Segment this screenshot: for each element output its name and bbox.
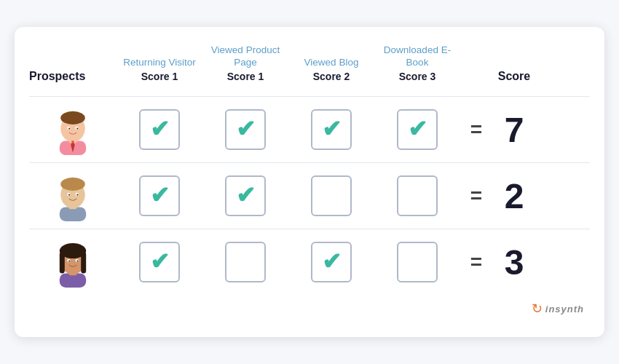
check-cell-r0-c3: ✔ (374, 109, 460, 150)
svg-point-17 (68, 194, 70, 196)
check-cell-r2-c0: ✔ (117, 242, 202, 282)
check-cell-r1-c0: ✔ (117, 175, 202, 216)
avatar (47, 237, 98, 288)
check-cell-r0-c1: ✔ (202, 109, 288, 150)
branding: ↻ insynth (29, 301, 590, 317)
score-header: Score (492, 70, 536, 83)
score-value-0: 7 (492, 110, 536, 150)
check-cell-r2-c3 (374, 242, 460, 282)
check-cell-r1-c3 (374, 175, 460, 216)
equals-0: = (460, 118, 492, 141)
header-row: Prospects Returning Visitor Score 1 View… (29, 44, 590, 89)
svg-rect-19 (60, 274, 86, 288)
equals-2: = (460, 250, 492, 274)
check-cell-r1-c2 (288, 175, 374, 216)
equals-1: = (460, 184, 492, 207)
col-header-1: Viewed Product Page Score 1 (202, 44, 288, 83)
svg-point-27 (68, 261, 70, 262)
svg-rect-23 (60, 252, 65, 273)
brand-name: insynth (545, 304, 584, 314)
table-row: ✔ ✔ ✔ ✔ = 7 (29, 98, 590, 161)
svg-point-18 (76, 194, 78, 196)
col-header-2: Viewed Blog Score 2 (288, 57, 374, 83)
prospects-header: Prospects (29, 70, 117, 83)
svg-rect-24 (81, 252, 86, 273)
check-cell-r2-c1 (202, 242, 288, 282)
avatar (47, 104, 98, 155)
avatar-cell-1 (29, 170, 117, 221)
check-cell-r1-c1: ✔ (202, 175, 288, 216)
svg-point-14 (60, 178, 85, 191)
svg-point-4 (60, 111, 85, 124)
score-value-2: 3 (492, 242, 536, 282)
svg-rect-11 (60, 207, 86, 222)
check-cell-r0-c2: ✔ (288, 109, 374, 150)
svg-point-8 (76, 128, 78, 130)
svg-point-7 (68, 128, 70, 130)
brand-icon: ↻ (532, 301, 543, 317)
table-row: ✔ ✔ = 2 (29, 165, 590, 227)
main-card: Prospects Returning Visitor Score 1 View… (15, 27, 604, 337)
check-cell-r2-c2: ✔ (288, 242, 374, 282)
scoring-table: Prospects Returning Visitor Score 1 View… (29, 44, 590, 293)
col-header-0: Returning Visitor Score 1 (117, 57, 202, 83)
avatar-cell-2 (29, 237, 117, 288)
avatar (47, 170, 98, 221)
check-cell-r0-c0: ✔ (117, 109, 202, 150)
avatar-cell-0 (29, 104, 117, 155)
score-value-1: 2 (492, 176, 536, 216)
svg-point-28 (76, 261, 78, 262)
table-row: ✔ ✔ = 3 (29, 231, 590, 293)
col-header-3: Downloaded E-Book Score 3 (374, 44, 460, 83)
